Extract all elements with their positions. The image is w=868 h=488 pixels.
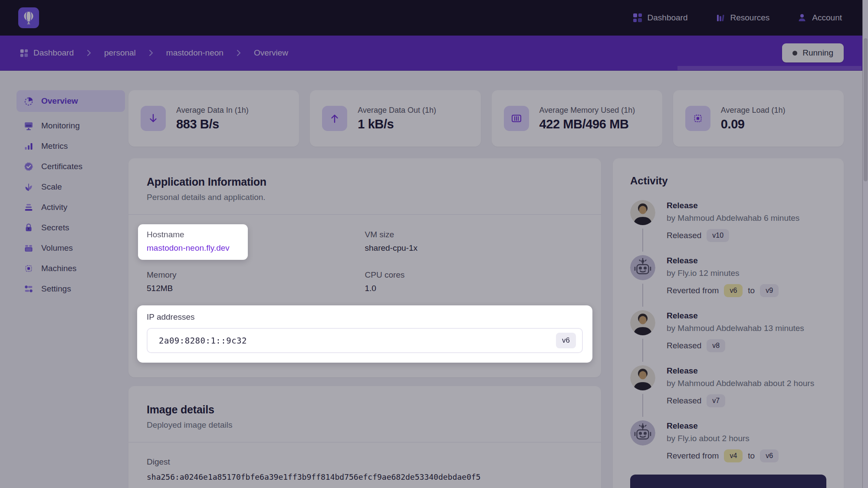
ip-address-value: 2a09:8280:1::9c32	[159, 336, 247, 345]
pie-chart-icon	[23, 96, 34, 106]
flyio-logo[interactable]	[18, 7, 39, 28]
memory-value: 512MB	[147, 284, 365, 293]
timeline-connector	[642, 229, 643, 252]
memory-icon	[504, 106, 529, 131]
activity-action-label: Reverted from	[667, 451, 719, 461]
plant-icon	[23, 182, 34, 192]
activity-entry-meta: by Mahmoud Abdelwahab about 2 hours	[667, 379, 814, 388]
sidebar-item-metrics[interactable]: Metrics	[16, 136, 125, 156]
card-title: Image details	[147, 403, 583, 416]
sidebar-item-volumes[interactable]: Volumes	[16, 238, 125, 258]
ip-addresses-spotlight: IP addresses 2a09:8280:1::9c32 v6	[137, 305, 592, 363]
ip-addresses-label: IP addresses	[147, 312, 583, 322]
sidebar-item-certificates[interactable]: Certificates	[16, 156, 125, 177]
activity-entry: Release by Fly.io about 2 hours Reverted…	[630, 420, 826, 467]
activity-title: Activity	[630, 175, 826, 187]
sidebar-item-secrets[interactable]: Secrets	[16, 217, 125, 238]
person-icon	[797, 13, 807, 23]
activity-entry-meta: by Mahmoud Abdelwahab 6 minutes	[667, 213, 799, 223]
activity-entry: Release by Mahmoud Abdelwahab 13 minutes…	[630, 310, 826, 365]
sidebar-item-label: Overview	[41, 96, 78, 106]
activity-entry-title: Release	[667, 421, 779, 431]
digest-value: sha256:a0246e1a85170fbfe6a39e1ff3b9ff814…	[147, 472, 583, 481]
activity-entry-title: Release	[667, 201, 799, 210]
sidebar-item-scale[interactable]: Scale	[16, 177, 125, 197]
stat-value: 0.09	[721, 117, 786, 131]
breadcrumb-overview[interactable]: Overview	[254, 48, 288, 58]
nav-dashboard-label: Dashboard	[648, 13, 688, 23]
breadcrumb-overview-label: Overview	[254, 48, 288, 58]
user-avatar	[630, 310, 655, 335]
nav-dashboard[interactable]: Dashboard	[633, 13, 688, 23]
version-badge: v8	[707, 339, 725, 352]
view-all-activity-button[interactable]	[630, 475, 826, 488]
bot-avatar	[630, 420, 655, 445]
stat-label: Average Load (1h)	[721, 106, 786, 115]
vertical-scrollbar[interactable]	[862, 0, 868, 488]
archive-box-icon	[23, 243, 34, 253]
sidebar-item-label: Settings	[41, 284, 71, 294]
breadcrumb-app[interactable]: mastodon-neon	[166, 48, 224, 58]
image-details-card: Image details Deployed image details Dig…	[128, 386, 601, 488]
timeline-connector	[642, 394, 643, 417]
version-badge: v10	[707, 229, 729, 242]
hostname-spotlight: Hostname mastodon-neon.fly.dev	[138, 224, 248, 260]
status-dot-icon	[792, 51, 797, 56]
stat-label: Average Data In (1h)	[176, 106, 249, 115]
activity-action-to: to	[748, 451, 755, 461]
timeline-connector	[642, 339, 643, 362]
arrow-down-icon	[141, 106, 166, 131]
activity-entry-meta: by Fly.io about 2 hours	[667, 434, 779, 443]
hostname-link[interactable]: mastodon-neon.fly.dev	[147, 243, 239, 253]
activity-entry: Release by Mahmoud Abdelwahab about 2 ho…	[630, 365, 826, 420]
sidebar-item-overview[interactable]: Overview	[16, 90, 125, 112]
chevron-right-icon	[237, 49, 241, 56]
nav-resources[interactable]: Resources	[716, 13, 770, 23]
digest-label: Digest	[147, 457, 583, 467]
sidebar-item-label: Activity	[41, 203, 67, 212]
breadcrumb-personal-label: personal	[104, 48, 136, 58]
bar-chart-icon	[716, 13, 725, 23]
version-from-badge: v4	[724, 449, 743, 462]
stat-value: 422 MB/496 MB	[539, 117, 635, 131]
header-sub-strip	[677, 66, 861, 70]
sidebar-item-settings[interactable]: Settings	[16, 278, 125, 299]
stat-value: 1 kB/s	[358, 117, 436, 131]
nav-account-label: Account	[812, 13, 842, 23]
stat-card-data-in: Average Data In (1h) 883 B/s	[128, 90, 299, 147]
breadcrumb-dashboard[interactable]: Dashboard	[20, 48, 74, 58]
main-content: Average Data In (1h) 883 B/s Average Dat…	[128, 90, 844, 488]
stat-label: Average Memory Used (1h)	[539, 106, 635, 115]
sidebar-item-label: Volumes	[41, 243, 73, 253]
page-content: Overview Monitoring Metrics	[0, 71, 868, 488]
sidebar-item-label: Machines	[41, 264, 76, 273]
stat-card-data-out: Average Data Out (1h) 1 kB/s	[310, 90, 480, 147]
activity-entry-title: Release	[667, 311, 804, 321]
ip-address-row: 2a09:8280:1::9c32 v6	[147, 328, 583, 353]
activity-action-label: Reverted from	[667, 286, 719, 295]
timeline-connector	[642, 284, 643, 307]
sidebar-item-activity[interactable]: Activity	[16, 197, 125, 217]
sidebar-item-label: Metrics	[41, 141, 68, 151]
breadcrumb-personal[interactable]: personal	[104, 48, 136, 58]
left-column: Application Information Personal details…	[128, 158, 601, 488]
grid-icon	[633, 13, 642, 23]
nav-account[interactable]: Account	[797, 13, 842, 23]
status-badge[interactable]: Running	[782, 43, 844, 62]
scrollbar-thumb[interactable]	[864, 38, 868, 181]
user-avatar	[630, 200, 655, 225]
arrow-up-icon	[322, 106, 347, 131]
hostname-label: Hostname	[147, 230, 239, 239]
sidebar-item-machines[interactable]: Machines	[16, 258, 125, 278]
stat-value: 883 B/s	[176, 117, 249, 131]
sidebar-item-monitoring[interactable]: Monitoring	[16, 115, 125, 136]
activity-action-label: Released	[667, 396, 701, 406]
stats-row: Average Data In (1h) 883 B/s Average Dat…	[128, 90, 844, 147]
activity-entry-title: Release	[667, 256, 779, 265]
card-subtitle: Personal details and application.	[147, 193, 583, 202]
nav-resources-label: Resources	[730, 13, 770, 23]
toggles-icon	[23, 284, 34, 294]
cpu-cores-value: 1.0	[365, 284, 583, 293]
badge-check-icon	[23, 161, 34, 172]
card-title: Application Information	[147, 176, 583, 188]
